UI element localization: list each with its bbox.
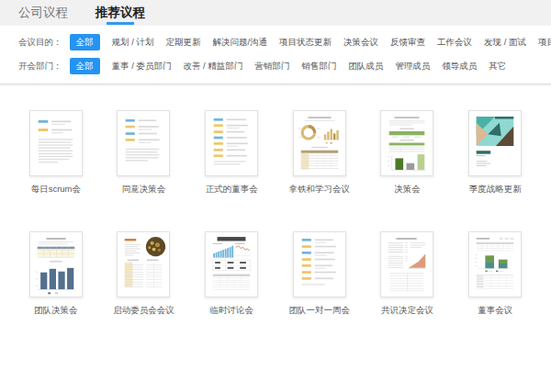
document-photo-tables-icon [118, 232, 169, 297]
purpose-option-decision-meeting[interactable]: 决策会议 [343, 34, 378, 50]
department-filter-label: 开会部门： [18, 61, 62, 73]
template-thumbnail [205, 231, 258, 297]
template-card-kickoff-committee[interactable]: 启动委员会会议 [100, 231, 188, 316]
department-option-sales[interactable]: 销售部门 [301, 58, 336, 74]
template-card-label: 决策会 [394, 185, 421, 195]
template-thumbnail [205, 110, 258, 176]
tab-bar: 公司议程 推荐议程 [0, 0, 551, 26]
template-card-quarterly-strategy[interactable]: 季度战略更新 [451, 110, 539, 195]
template-card-consensus-decision[interactable]: 共识决定会议 [364, 231, 452, 316]
department-option-management[interactable]: 管理成员 [395, 58, 430, 74]
department-option-improvement-lean[interactable]: 改善 / 精益部门 [183, 58, 242, 74]
document-bullet-list-agenda-icon [206, 111, 257, 175]
document-four-topic-agenda-icon [118, 111, 169, 175]
purpose-option-work-meeting[interactable]: 工作会议 [437, 34, 472, 50]
department-option-all[interactable]: 全部 [70, 58, 100, 74]
template-thumbnail [293, 231, 346, 297]
purpose-option-discovery-interview[interactable]: 发现 / 面试 [484, 34, 526, 50]
template-thumbnail [380, 110, 433, 176]
document-donut-bar-table-icon [294, 111, 345, 175]
document-two-topic-agenda-icon [30, 111, 82, 175]
template-card-adhoc-discussion[interactable]: 临时讨论会 [187, 231, 276, 316]
document-stacked-bar-report-icon [469, 232, 521, 297]
template-card-one-on-one-weekly[interactable]: 团队一对一周会 [276, 231, 364, 316]
template-card-team-decision[interactable]: 团队决策会 [12, 231, 100, 316]
template-card-label: 拿铁和学习会议 [289, 185, 351, 195]
template-thumbnail [380, 231, 433, 297]
purpose-option-problem-solving[interactable]: 解决问题/沟通 [212, 34, 267, 50]
purpose-option-feedback-review[interactable]: 反馈审查 [390, 34, 425, 50]
document-geometric-cover-icon [469, 111, 521, 175]
template-thumbnail [29, 110, 83, 176]
template-card-label: 每日scrum会 [31, 185, 81, 195]
template-card-daily-scrum[interactable]: 每日scrum会 [12, 110, 100, 195]
purpose-option-project-kickoff[interactable]: 项目启动 [538, 34, 551, 50]
template-card-board-meeting[interactable]: 董事会议 [451, 231, 539, 316]
department-option-marketing[interactable]: 营销部门 [254, 58, 289, 74]
department-option-leadership[interactable]: 领导成员 [442, 58, 477, 74]
purpose-option-project-status[interactable]: 项目状态更新 [279, 34, 332, 50]
template-thumbnail [293, 110, 346, 176]
template-card-label: 董事会议 [478, 306, 512, 316]
template-grid: 每日scrum会 同意决策会 [0, 86, 551, 316]
purpose-option-planning[interactable]: 规划 / 计划 [112, 34, 154, 50]
purpose-option-all[interactable]: 全部 [70, 34, 100, 50]
document-bullet-list-agenda-icon [294, 232, 345, 297]
template-thumbnail [29, 231, 83, 297]
template-card-label: 季度战略更新 [469, 185, 522, 195]
purpose-filter-label: 会议目的： [18, 37, 62, 49]
tab-recommended-agenda[interactable]: 推荐议程 [96, 0, 145, 26]
template-thumbnail [468, 110, 522, 176]
department-option-board-committee[interactable]: 董事 / 委员部门 [112, 58, 172, 74]
template-thumbnail [468, 231, 522, 297]
template-card-label: 临时讨论会 [209, 306, 253, 316]
template-thumbnail [117, 110, 170, 176]
template-card-label: 同意决策会 [122, 185, 166, 195]
document-green-report-icon [381, 111, 433, 175]
filter-row-purpose: 会议目的： 全部 规划 / 计划 定期更新 解决问题/沟通 项目状态更新 决策会… [18, 34, 533, 50]
template-card-label: 共识决定会议 [381, 306, 433, 316]
tab-company-agenda[interactable]: 公司议程 [18, 0, 68, 26]
template-card-decision-meeting[interactable]: 决策会 [364, 110, 452, 195]
filter-section: 会议目的： 全部 规划 / 计划 定期更新 解决问题/沟通 项目状态更新 决策会… [0, 26, 551, 84]
template-card-label: 启动委员会会议 [113, 306, 174, 316]
template-card-formal-board[interactable]: 正式的董事会 [187, 110, 276, 195]
department-option-other[interactable]: 其它 [489, 58, 506, 74]
template-card-label: 团队一对一周会 [289, 306, 351, 316]
template-card-latte-and-learn[interactable]: 拿铁和学习会议 [276, 110, 364, 195]
template-thumbnail [117, 231, 170, 297]
document-area-chart-tables-icon [381, 232, 433, 297]
template-card-label: 正式的董事会 [206, 185, 258, 195]
purpose-option-regular-update[interactable]: 定期更新 [165, 34, 200, 50]
template-card-label: 团队决策会 [34, 306, 78, 316]
filter-row-department: 开会部门： 全部 董事 / 委员部门 改善 / 精益部门 营销部门 销售部门 团… [18, 58, 533, 74]
document-dashboard-charts-icon [206, 232, 257, 297]
department-option-team-members[interactable]: 团队成员 [348, 58, 383, 74]
document-table-bar-chart-icon [30, 232, 82, 297]
template-card-agree-decision[interactable]: 同意决策会 [100, 110, 188, 195]
